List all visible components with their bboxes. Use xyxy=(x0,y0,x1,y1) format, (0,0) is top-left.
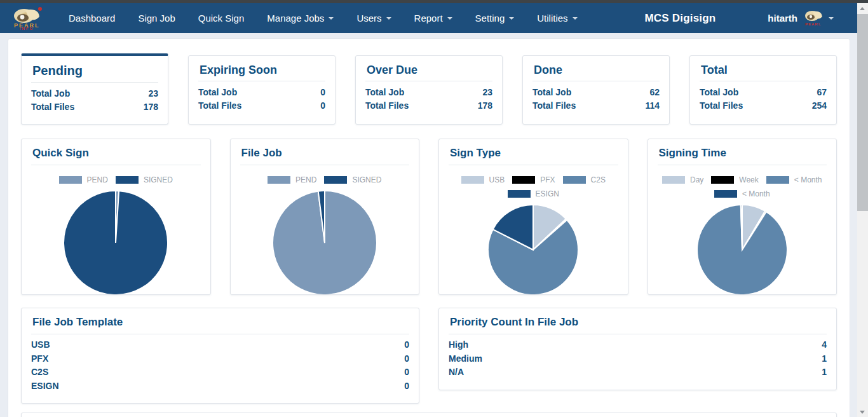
legend-swatch xyxy=(324,176,347,184)
nav-item-users[interactable]: Users xyxy=(349,8,398,29)
yearly-card: Yearly (Quick Sign + File Job) xyxy=(21,413,837,417)
legend-swatch xyxy=(508,190,531,198)
quick-sign-pie-chart xyxy=(31,189,201,295)
chevron-down-icon xyxy=(509,17,514,20)
legend-item--month[interactable]: < Month xyxy=(714,189,770,198)
legend-label: USB xyxy=(489,175,505,184)
stat-label: Total Files xyxy=(365,99,409,113)
chart-card-file-job: File Job PENDSIGNED xyxy=(230,139,420,295)
nav-item-sign-job[interactable]: Sign Job xyxy=(130,8,182,29)
table-title: Priority Count In File Job xyxy=(449,315,827,334)
sign-type-legend: USBPFXC2SESIGN xyxy=(449,175,618,198)
legend-label: PEND xyxy=(295,175,316,184)
legend-swatch xyxy=(711,176,734,184)
legend-swatch xyxy=(116,176,139,184)
table-row: USB0 xyxy=(31,338,409,352)
table-row: C2S0 xyxy=(31,366,409,379)
chart-title: File Job xyxy=(240,146,410,165)
legend-item-usb[interactable]: USB xyxy=(461,175,505,184)
stat-card-title: Pending xyxy=(31,61,158,83)
legend-label: Week xyxy=(739,175,758,184)
signing-time-pie-chart xyxy=(658,203,827,295)
table-title: File Job Template xyxy=(31,315,409,334)
legend-swatch xyxy=(59,176,82,184)
nav-item-setting[interactable]: Setting xyxy=(468,8,522,29)
vertical-scrollbar[interactable] xyxy=(857,3,868,417)
scrollbar-down-arrow-icon[interactable] xyxy=(860,411,865,414)
legend-label: SIGNED xyxy=(144,175,173,184)
table-row: ESIGN0 xyxy=(31,379,409,393)
legend-item-day[interactable]: Day xyxy=(662,175,703,184)
scrollbar-thumb[interactable] xyxy=(857,14,868,211)
legend-label: PFX xyxy=(540,175,555,184)
stat-label: Total Job xyxy=(700,86,738,99)
legend-swatch xyxy=(512,176,535,184)
main-navbar: PEARL INFO Dashboard Sign Job Quick Sign… xyxy=(0,3,868,33)
legend-swatch xyxy=(662,176,685,184)
nav-item-dashboard[interactable]: Dashboard xyxy=(61,8,123,29)
stat-label: Total Job xyxy=(532,86,571,99)
pearl-logo[interactable]: PEARL INFO xyxy=(10,6,43,31)
charts-row: Quick Sign PENDSIGNED File Job PENDSIGNE… xyxy=(21,139,837,295)
nav-item-utilities[interactable]: Utilities xyxy=(529,8,585,29)
stat-value: 178 xyxy=(478,99,492,113)
chart-title: Quick Sign xyxy=(31,146,201,165)
stat-card-expiring-soon[interactable]: Expiring Soon Total Job0 Total Files0 xyxy=(188,55,336,125)
tables-row: File Job Template USB0 PFX0 C2S0 ESIGN0 … xyxy=(21,308,837,404)
legend-item-week[interactable]: Week xyxy=(711,175,758,184)
stat-value: 178 xyxy=(144,100,158,114)
table-card-priority-count: Priority Count In File Job High4 Medium1… xyxy=(438,308,837,390)
chart-card-sign-type: Sign Type USBPFXC2SESIGN xyxy=(438,139,628,295)
legend-item-pend[interactable]: PEND xyxy=(59,175,108,184)
stat-card-over-due[interactable]: Over Due Total Job23 Total Files178 xyxy=(355,55,503,125)
stat-label: Total Files xyxy=(31,100,74,114)
file-job-pie-chart xyxy=(240,189,410,295)
table-row: Medium1 xyxy=(449,352,827,366)
legend-item-esign[interactable]: ESIGN xyxy=(508,189,559,198)
scrollbar-up-arrow-icon[interactable] xyxy=(860,7,865,10)
user-avatar-pearl-icon: PEARL xyxy=(803,10,824,27)
chart-card-signing-time: Signing Time DayWeek< Month< Month xyxy=(648,139,837,295)
stat-label: Total Files xyxy=(700,99,743,113)
table-row: N/A1 xyxy=(449,366,827,379)
stat-value: 114 xyxy=(645,99,660,113)
stat-card-done[interactable]: Done Total Job62 Total Files114 xyxy=(522,55,670,125)
stat-card-title: Over Due xyxy=(365,61,492,81)
chevron-down-icon xyxy=(829,17,834,20)
legend-item-pfx[interactable]: PFX xyxy=(512,175,555,184)
legend-label: SIGNED xyxy=(352,175,381,184)
stat-card-title: Done xyxy=(532,61,660,81)
stats-row: Pending Total Job23 Total Files178 Expir… xyxy=(21,55,837,125)
chart-title: Signing Time xyxy=(658,146,827,165)
legend-label: < Month xyxy=(742,189,770,198)
legend-label: Day xyxy=(690,175,703,184)
legend-item--month[interactable]: < Month xyxy=(766,175,822,184)
stat-card-total[interactable]: Total Total Job67 Total Files254 xyxy=(689,55,837,125)
legend-label: PEND xyxy=(87,175,108,184)
table-card-file-job-template: File Job Template USB0 PFX0 C2S0 ESIGN0 xyxy=(21,308,419,404)
stat-card-pending[interactable]: Pending Total Job23 Total Files178 xyxy=(21,53,168,125)
legend-item-signed[interactable]: SIGNED xyxy=(324,175,381,184)
legend-item-c2s[interactable]: C2S xyxy=(563,175,606,184)
stat-value: 0 xyxy=(320,99,325,113)
nav-item-manage-jobs[interactable]: Manage Jobs xyxy=(259,8,341,29)
stat-card-title: Expiring Soon xyxy=(198,61,325,81)
chevron-down-icon xyxy=(447,17,452,20)
nav-item-quick-sign[interactable]: Quick Sign xyxy=(191,8,252,29)
dashboard-container: Pending Total Job23 Total Files178 Expir… xyxy=(8,38,850,417)
chart-title: Sign Type xyxy=(449,146,618,165)
legend-item-signed[interactable]: SIGNED xyxy=(116,175,173,184)
stat-label: Total Files xyxy=(532,99,576,113)
nav-item-report[interactable]: Report xyxy=(407,8,460,29)
app-title: MCS Digisign xyxy=(644,12,715,25)
chevron-down-icon xyxy=(573,17,578,20)
legend-swatch xyxy=(268,176,290,184)
user-menu[interactable]: hitarth PEARL xyxy=(768,10,834,27)
stat-value: 67 xyxy=(817,86,827,99)
svg-text:PEARL: PEARL xyxy=(805,22,821,26)
legend-label: < Month xyxy=(794,175,822,184)
legend-item-pend[interactable]: PEND xyxy=(268,175,316,184)
table-row: High4 xyxy=(449,338,827,352)
stat-label: Total Job xyxy=(365,86,404,99)
stat-value: 0 xyxy=(320,86,325,99)
